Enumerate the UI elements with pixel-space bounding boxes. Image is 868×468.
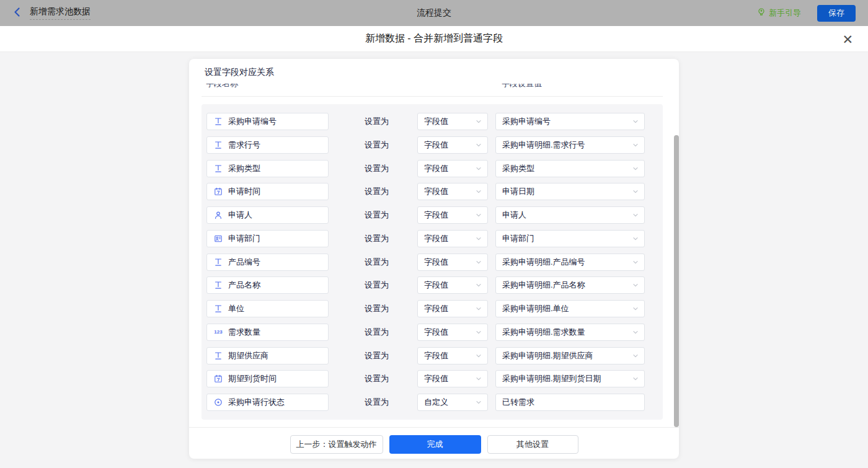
selected-value: 采购申请明细.期望到货日期: [502, 373, 601, 384]
value-mode-select[interactable]: 字段值: [417, 136, 488, 154]
selected-value: 采购申请明细.需求行号: [502, 139, 585, 151]
finish-button[interactable]: 完成: [389, 435, 481, 454]
field-mapping-row: 采购申请编号 设置为 字段值 采购申请编号: [206, 113, 663, 130]
set-as-label: 设置为: [365, 350, 389, 361]
target-field-chip[interactable]: 采购类型: [206, 160, 329, 177]
calendar-field-icon: [213, 374, 223, 383]
target-field-chip[interactable]: 需求行号: [206, 136, 329, 154]
footer-divider: [189, 427, 679, 428]
value-mode-select[interactable]: 字段值: [417, 370, 488, 387]
clipped-column-headers: 字段名称 字段设置值: [189, 84, 679, 88]
custom-value-input[interactable]: 已转需求: [495, 394, 645, 411]
back-button[interactable]: [12, 7, 22, 20]
value-mode-select[interactable]: 字段值: [417, 160, 488, 177]
chevron-down-icon: [632, 233, 639, 244]
field-mapping-row: 需求行号 设置为 字段值 采购申请明细.需求行号: [206, 136, 663, 154]
other-settings-button[interactable]: 其他设置: [487, 435, 578, 454]
mode-value: 字段值: [424, 303, 448, 314]
modal-header: 新增数据 - 合并新增到普通字段 ✕: [0, 26, 868, 52]
value-mode-select[interactable]: 字段值: [417, 230, 488, 247]
value-mode-select[interactable]: 字段值: [417, 254, 488, 271]
value-select[interactable]: 采购申请明细.产品名称: [495, 276, 645, 294]
mode-value: 字段值: [424, 327, 448, 338]
target-field-chip[interactable]: 申请时间: [206, 183, 329, 200]
chevron-down-icon: [632, 139, 639, 151]
target-field-chip[interactable]: 期望到货时间: [206, 370, 329, 387]
selected-value: 申请人: [502, 210, 526, 221]
beginner-guide-link[interactable]: 新手引导: [757, 7, 801, 19]
field-mapping-card: 设置字段对应关系 字段名称 字段设置值 采购申请编号 设置为 字段值 采购申请编…: [189, 59, 679, 459]
mode-value: 字段值: [424, 233, 448, 244]
topbar-right-group: 新手引导 保存: [757, 5, 856, 22]
column-header-left-clipped: 字段名称: [206, 84, 238, 87]
chevron-down-icon: [632, 303, 639, 314]
chevron-down-icon: [476, 397, 482, 408]
chevron-down-icon: [476, 373, 482, 384]
text-field-icon: [213, 304, 223, 313]
value-mode-select[interactable]: 字段值: [417, 347, 488, 364]
selected-value: 采购申请编号: [502, 116, 551, 127]
chevron-down-icon: [632, 257, 639, 268]
modal-title: 新增数据 - 合并新增到普通字段: [365, 32, 503, 45]
field-mapping-row: 单位 设置为 字段值 采购申请明细.单位: [206, 300, 663, 317]
chevron-left-icon: [12, 7, 22, 20]
value-mode-select[interactable]: 字段值: [417, 183, 488, 200]
target-field-chip[interactable]: 期望供应商: [206, 347, 329, 364]
chevron-down-icon: [476, 280, 482, 291]
save-button[interactable]: 保存: [817, 5, 856, 22]
lightbulb-icon: [757, 7, 766, 19]
target-field-chip[interactable]: 单位: [206, 300, 329, 317]
value-mode-select[interactable]: 自定义: [417, 394, 488, 411]
text-field-icon: [213, 141, 223, 149]
field-mapping-row: 产品编号 设置为 字段值 采购申请明细.产品编号: [206, 254, 663, 271]
field-label: 申请人: [228, 210, 252, 221]
chevron-down-icon: [476, 210, 482, 221]
value-select[interactable]: 采购类型: [495, 160, 645, 177]
chevron-down-icon: [476, 163, 482, 174]
target-field-chip[interactable]: 申请人: [206, 206, 329, 224]
previous-step-button[interactable]: 上一步：设置触发动作: [290, 435, 383, 454]
value-select[interactable]: 申请人: [495, 206, 645, 224]
mode-value: 字段值: [424, 373, 448, 384]
target-field-chip[interactable]: 产品编号: [206, 254, 329, 271]
number-field-icon: 123: [213, 329, 223, 335]
value-select[interactable]: 采购申请明细.产品编号: [495, 254, 645, 271]
field-mapping-row: 期望到货时间 设置为 字段值 采购申请明细.期望到货日期: [206, 370, 663, 387]
target-field-chip[interactable]: 123 需求数量: [206, 324, 329, 341]
field-mapping-row: 申请部门 设置为 字段值 申请部门: [206, 230, 663, 247]
calendar-field-icon: [213, 187, 223, 196]
value-mode-select[interactable]: 字段值: [417, 113, 488, 130]
selected-value: 采购申请明细.产品编号: [502, 257, 585, 268]
top-bar: 新增需求池数据 流程提交 新手引导 保存: [0, 0, 868, 26]
value-select[interactable]: 采购申请明细.期望供应商: [495, 347, 645, 364]
value-mode-select[interactable]: 字段值: [417, 206, 488, 224]
scrollbar-thumb[interactable]: [674, 135, 679, 427]
close-icon[interactable]: ✕: [842, 32, 853, 45]
field-mapping-row: 采购类型 设置为 字段值 采购类型: [206, 160, 663, 177]
target-field-chip[interactable]: 采购申请行状态: [206, 394, 329, 411]
value-select[interactable]: 申请日期: [495, 183, 645, 200]
mode-value: 字段值: [424, 139, 448, 151]
target-field-chip[interactable]: 采购申请编号: [206, 113, 329, 130]
value-mode-select[interactable]: 字段值: [417, 300, 488, 317]
chevron-down-icon: [632, 210, 639, 221]
value-select[interactable]: 采购申请编号: [495, 113, 645, 130]
value-select[interactable]: 申请部门: [495, 230, 645, 247]
set-as-label: 设置为: [365, 233, 389, 244]
text-field-icon: [213, 351, 223, 360]
flow-name-editable[interactable]: 新增需求池数据: [30, 6, 91, 20]
user-field-icon: [213, 211, 223, 219]
value-select[interactable]: 采购申请明细.期望到货日期: [495, 370, 645, 387]
target-field-chip[interactable]: 申请部门: [206, 230, 329, 247]
value-mode-select[interactable]: 字段值: [417, 324, 488, 341]
header-divider: [202, 96, 663, 97]
radio-field-icon: [213, 398, 223, 407]
value-mode-select[interactable]: 字段值: [417, 276, 488, 294]
target-field-chip[interactable]: 产品名称: [206, 276, 329, 294]
department-field-icon: [213, 234, 223, 243]
value-select[interactable]: 采购申请明细.需求行号: [495, 136, 645, 154]
mode-value: 字段值: [424, 116, 448, 127]
set-as-label: 设置为: [365, 280, 389, 291]
value-select[interactable]: 采购申请明细.需求数量: [495, 324, 645, 341]
value-select[interactable]: 采购申请明细.单位: [495, 300, 645, 317]
